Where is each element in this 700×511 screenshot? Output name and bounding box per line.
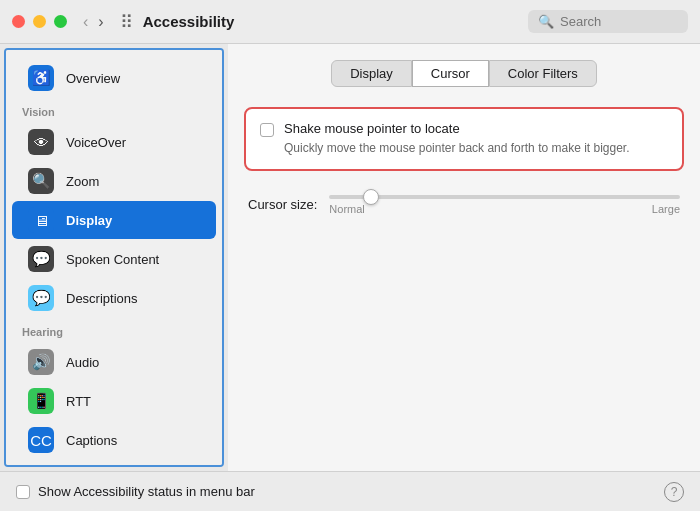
sidebar-item-label: Zoom: [66, 174, 99, 189]
sidebar-section-vision: Vision: [6, 98, 222, 122]
titlebar: ‹ › ⠿ Accessibility 🔍: [0, 0, 700, 44]
tab-cursor[interactable]: Cursor: [412, 60, 489, 87]
sidebar-item-label: Descriptions: [66, 291, 138, 306]
main-content: ♿ Overview Vision 👁 VoiceOver 🔍 Zoom 🖥 D…: [0, 44, 700, 471]
sidebar-item-label: Display: [66, 213, 112, 228]
sidebar-item-zoom[interactable]: 🔍 Zoom: [12, 162, 216, 200]
zoom-icon: 🔍: [28, 168, 54, 194]
sidebar: ♿ Overview Vision 👁 VoiceOver 🔍 Zoom 🖥 D…: [4, 48, 224, 467]
captions-icon: CC: [28, 427, 54, 453]
sidebar-item-descriptions[interactable]: 💬 Descriptions: [12, 279, 216, 317]
sidebar-section-hearing: Hearing: [6, 318, 222, 342]
search-input[interactable]: [560, 14, 678, 29]
cursor-size-label: Cursor size:: [248, 197, 317, 212]
search-icon: 🔍: [538, 14, 554, 29]
search-bar[interactable]: 🔍: [528, 10, 688, 33]
slider-label-large: Large: [652, 203, 680, 215]
sidebar-item-label: RTT: [66, 394, 91, 409]
grid-icon: ⠿: [120, 11, 133, 33]
slider-label-normal: Normal: [329, 203, 364, 215]
sidebar-item-overview[interactable]: ♿ Overview: [12, 59, 216, 97]
sidebar-item-label: Audio: [66, 355, 99, 370]
shake-mouse-card: Shake mouse pointer to locate Quickly mo…: [244, 107, 684, 171]
sidebar-item-label: Overview: [66, 71, 120, 86]
sidebar-item-voiceover[interactable]: 👁 VoiceOver: [12, 123, 216, 161]
descriptions-icon: 💬: [28, 285, 54, 311]
sidebar-item-spoken-content[interactable]: 💬 Spoken Content: [12, 240, 216, 278]
slider-labels: Normal Large: [329, 203, 680, 215]
slider-container: Normal Large: [329, 195, 680, 215]
audio-icon: 🔊: [28, 349, 54, 375]
sidebar-item-label: Spoken Content: [66, 252, 159, 267]
maximize-button[interactable]: [54, 15, 67, 28]
accessibility-status-label: Show Accessibility status in menu bar: [38, 484, 255, 499]
close-button[interactable]: [12, 15, 25, 28]
feature-title: Shake mouse pointer to locate: [284, 121, 630, 136]
sidebar-item-label: VoiceOver: [66, 135, 126, 150]
feature-text: Shake mouse pointer to locate Quickly mo…: [284, 121, 630, 157]
tab-display[interactable]: Display: [331, 60, 412, 87]
help-button[interactable]: ?: [664, 482, 684, 502]
rtt-icon: 📱: [28, 388, 54, 414]
sidebar-item-label: Captions: [66, 433, 117, 448]
nav-arrows: ‹ ›: [79, 11, 108, 33]
back-button[interactable]: ‹: [79, 11, 92, 33]
tab-bar: Display Cursor Color Filters: [244, 60, 684, 87]
bottom-bar: Show Accessibility status in menu bar ?: [0, 471, 700, 511]
right-panel: Display Cursor Color Filters Shake mouse…: [228, 44, 700, 471]
forward-button[interactable]: ›: [94, 11, 107, 33]
sidebar-item-audio[interactable]: 🔊 Audio: [12, 343, 216, 381]
window-controls: [12, 15, 67, 28]
cursor-size-row: Cursor size: Normal Large: [244, 187, 684, 223]
bottom-left: Show Accessibility status in menu bar: [16, 484, 255, 499]
feature-desc: Quickly move the mouse pointer back and …: [284, 140, 630, 157]
display-icon: 🖥: [28, 207, 54, 233]
sidebar-item-captions[interactable]: CC Captions: [12, 421, 216, 459]
shake-mouse-checkbox[interactable]: [260, 123, 274, 137]
sidebar-item-rtt[interactable]: 📱 RTT: [12, 382, 216, 420]
spoken-content-icon: 💬: [28, 246, 54, 272]
voiceover-icon: 👁: [28, 129, 54, 155]
feature-row: Shake mouse pointer to locate Quickly mo…: [260, 121, 668, 157]
window-title: Accessibility: [143, 13, 528, 30]
minimize-button[interactable]: [33, 15, 46, 28]
overview-icon: ♿: [28, 65, 54, 91]
cursor-size-slider[interactable]: [329, 195, 680, 199]
sidebar-item-display[interactable]: 🖥 Display: [12, 201, 216, 239]
tab-color-filters[interactable]: Color Filters: [489, 60, 597, 87]
content-area: Shake mouse pointer to locate Quickly mo…: [244, 107, 684, 455]
accessibility-status-checkbox[interactable]: [16, 485, 30, 499]
